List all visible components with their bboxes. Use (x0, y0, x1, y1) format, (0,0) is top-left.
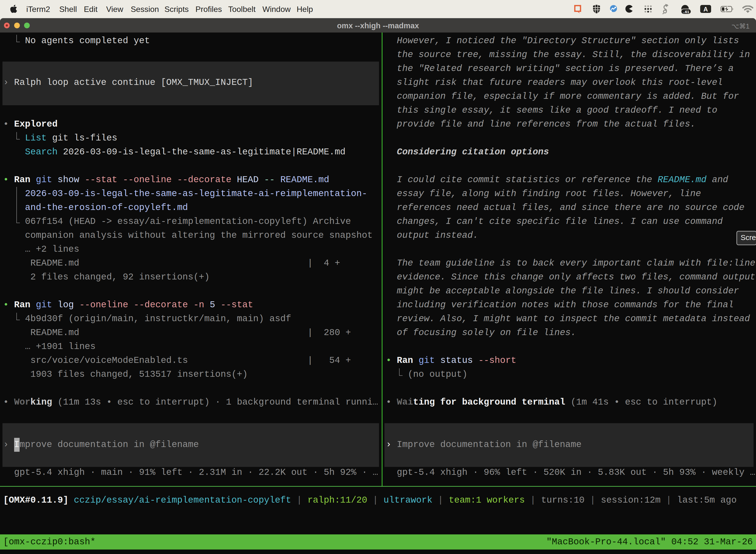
svg-text:A: A (703, 6, 708, 13)
svg-text:..61: ..61 (683, 10, 689, 14)
